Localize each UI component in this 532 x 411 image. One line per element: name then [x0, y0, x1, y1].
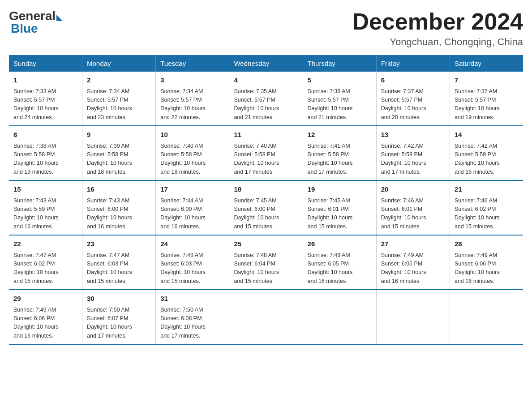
day-number: 25 — [234, 239, 298, 249]
day-number: 20 — [381, 184, 445, 195]
day-info: Sunrise: 7:49 AM Sunset: 6:06 PM Dayligh… — [455, 251, 519, 286]
day-number: 27 — [381, 239, 445, 249]
calendar-day-cell: 24 Sunrise: 7:48 AM Sunset: 6:03 PM Dayl… — [156, 235, 229, 290]
calendar-week-row: 1 Sunrise: 7:33 AM Sunset: 5:57 PM Dayli… — [9, 72, 523, 126]
calendar-day-cell: 3 Sunrise: 7:34 AM Sunset: 5:57 PM Dayli… — [156, 72, 229, 126]
calendar-day-cell: 21 Sunrise: 7:46 AM Sunset: 6:02 PM Dayl… — [450, 180, 523, 235]
day-number: 12 — [308, 130, 372, 140]
day-number: 4 — [234, 75, 298, 86]
day-info: Sunrise: 7:38 AM Sunset: 5:58 PM Dayligh… — [13, 142, 77, 177]
title-block: December 2024 Yongchuan, Chongqing, Chin… — [352, 9, 523, 48]
day-info: Sunrise: 7:45 AM Sunset: 6:01 PM Dayligh… — [308, 197, 372, 231]
subtitle: Yongchuan, Chongqing, China — [352, 36, 523, 48]
day-number: 11 — [234, 130, 298, 140]
calendar-day-cell: 22 Sunrise: 7:47 AM Sunset: 6:02 PM Dayl… — [9, 235, 82, 290]
header-thursday: Thursday — [303, 55, 376, 72]
header-saturday: Saturday — [450, 55, 523, 72]
day-number: 26 — [308, 239, 372, 249]
day-info: Sunrise: 7:46 AM Sunset: 6:01 PM Dayligh… — [381, 197, 445, 231]
day-info: Sunrise: 7:48 AM Sunset: 6:04 PM Dayligh… — [234, 251, 298, 286]
header-wednesday: Wednesday — [229, 55, 303, 72]
day-number: 28 — [455, 239, 519, 249]
calendar-day-cell: 10 Sunrise: 7:40 AM Sunset: 5:58 PM Dayl… — [156, 126, 229, 180]
day-info: Sunrise: 7:33 AM Sunset: 5:57 PM Dayligh… — [13, 87, 77, 122]
day-info: Sunrise: 7:42 AM Sunset: 5:59 PM Dayligh… — [455, 142, 519, 177]
calendar-day-cell: 16 Sunrise: 7:43 AM Sunset: 6:00 PM Dayl… — [82, 180, 156, 235]
calendar-day-cell: 12 Sunrise: 7:41 AM Sunset: 5:58 PM Dayl… — [303, 126, 376, 180]
calendar-day-cell: 20 Sunrise: 7:46 AM Sunset: 6:01 PM Dayl… — [376, 180, 450, 235]
calendar-day-cell: 25 Sunrise: 7:48 AM Sunset: 6:04 PM Dayl… — [229, 235, 303, 290]
calendar-day-cell: 1 Sunrise: 7:33 AM Sunset: 5:57 PM Dayli… — [9, 72, 82, 126]
day-info: Sunrise: 7:47 AM Sunset: 6:02 PM Dayligh… — [13, 251, 77, 286]
day-info: Sunrise: 7:50 AM Sunset: 6:07 PM Dayligh… — [87, 306, 151, 341]
day-number: 13 — [381, 130, 445, 140]
calendar-day-cell: 15 Sunrise: 7:43 AM Sunset: 5:59 PM Dayl… — [9, 180, 82, 235]
calendar-day-cell: 13 Sunrise: 7:42 AM Sunset: 5:59 PM Dayl… — [376, 126, 450, 180]
calendar-day-cell: 9 Sunrise: 7:39 AM Sunset: 5:58 PM Dayli… — [82, 126, 156, 180]
day-info: Sunrise: 7:39 AM Sunset: 5:58 PM Dayligh… — [87, 142, 151, 177]
day-info: Sunrise: 7:42 AM Sunset: 5:59 PM Dayligh… — [381, 142, 445, 177]
day-number: 5 — [308, 75, 372, 86]
day-number: 3 — [160, 75, 224, 86]
calendar-day-cell — [229, 290, 303, 344]
calendar-day-cell: 28 Sunrise: 7:49 AM Sunset: 6:06 PM Dayl… — [450, 235, 523, 290]
day-info: Sunrise: 7:48 AM Sunset: 6:03 PM Dayligh… — [160, 251, 224, 286]
day-number: 16 — [87, 184, 151, 195]
calendar-day-cell: 26 Sunrise: 7:48 AM Sunset: 6:05 PM Dayl… — [303, 235, 376, 290]
logo-blue-text: Blue — [11, 21, 38, 36]
day-number: 22 — [13, 239, 77, 249]
day-number: 24 — [160, 239, 224, 249]
calendar-day-cell — [376, 290, 450, 344]
calendar-day-cell — [450, 290, 523, 344]
calendar-day-cell: 6 Sunrise: 7:37 AM Sunset: 5:57 PM Dayli… — [376, 72, 450, 126]
calendar-day-cell: 7 Sunrise: 7:37 AM Sunset: 5:57 PM Dayli… — [450, 72, 523, 126]
day-info: Sunrise: 7:50 AM Sunset: 6:08 PM Dayligh… — [160, 306, 224, 341]
day-info: Sunrise: 7:34 AM Sunset: 5:57 PM Dayligh… — [87, 87, 151, 122]
day-number: 6 — [381, 75, 445, 86]
calendar-header-row: SundayMondayTuesdayWednesdayThursdayFrid… — [9, 55, 523, 72]
day-number: 23 — [87, 239, 151, 249]
calendar-day-cell: 2 Sunrise: 7:34 AM Sunset: 5:57 PM Dayli… — [82, 72, 156, 126]
calendar-day-cell: 11 Sunrise: 7:40 AM Sunset: 5:58 PM Dayl… — [229, 126, 303, 180]
day-number: 2 — [87, 75, 151, 86]
logo-arrow-icon — [56, 15, 63, 21]
day-info: Sunrise: 7:49 AM Sunset: 6:06 PM Dayligh… — [13, 306, 77, 341]
day-info: Sunrise: 7:40 AM Sunset: 5:58 PM Dayligh… — [234, 142, 298, 177]
header-friday: Friday — [376, 55, 450, 72]
calendar-day-cell: 4 Sunrise: 7:35 AM Sunset: 5:57 PM Dayli… — [229, 72, 303, 126]
day-number: 1 — [13, 75, 77, 86]
calendar-week-row: 8 Sunrise: 7:38 AM Sunset: 5:58 PM Dayli… — [9, 126, 523, 180]
day-info: Sunrise: 7:48 AM Sunset: 6:05 PM Dayligh… — [308, 251, 372, 286]
day-number: 8 — [13, 130, 77, 140]
day-info: Sunrise: 7:37 AM Sunset: 5:57 PM Dayligh… — [455, 87, 519, 122]
calendar-week-row: 15 Sunrise: 7:43 AM Sunset: 5:59 PM Dayl… — [9, 180, 523, 235]
day-info: Sunrise: 7:49 AM Sunset: 6:05 PM Dayligh… — [381, 251, 445, 286]
day-info: Sunrise: 7:46 AM Sunset: 6:02 PM Dayligh… — [455, 197, 519, 231]
day-info: Sunrise: 7:37 AM Sunset: 5:57 PM Dayligh… — [381, 87, 445, 122]
calendar-day-cell: 14 Sunrise: 7:42 AM Sunset: 5:59 PM Dayl… — [450, 126, 523, 180]
calendar-day-cell: 19 Sunrise: 7:45 AM Sunset: 6:01 PM Dayl… — [303, 180, 376, 235]
calendar-table: SundayMondayTuesdayWednesdayThursdayFrid… — [9, 55, 523, 345]
calendar-day-cell: 17 Sunrise: 7:44 AM Sunset: 6:00 PM Dayl… — [156, 180, 229, 235]
day-number: 29 — [13, 294, 77, 304]
day-info: Sunrise: 7:36 AM Sunset: 5:57 PM Dayligh… — [308, 87, 372, 122]
calendar-week-row: 29 Sunrise: 7:49 AM Sunset: 6:06 PM Dayl… — [9, 290, 523, 344]
day-info: Sunrise: 7:45 AM Sunset: 6:00 PM Dayligh… — [234, 197, 298, 231]
calendar-week-row: 22 Sunrise: 7:47 AM Sunset: 6:02 PM Dayl… — [9, 235, 523, 290]
day-number: 15 — [13, 184, 77, 195]
calendar-day-cell: 23 Sunrise: 7:47 AM Sunset: 6:03 PM Dayl… — [82, 235, 156, 290]
page-header: General Blue December 2024 Yongchuan, Ch… — [9, 9, 523, 48]
day-number: 31 — [160, 294, 224, 304]
day-number: 7 — [455, 75, 519, 86]
day-info: Sunrise: 7:35 AM Sunset: 5:57 PM Dayligh… — [234, 87, 298, 122]
day-number: 10 — [160, 130, 224, 140]
main-title: December 2024 — [352, 9, 523, 34]
calendar-day-cell: 18 Sunrise: 7:45 AM Sunset: 6:00 PM Dayl… — [229, 180, 303, 235]
calendar-day-cell: 30 Sunrise: 7:50 AM Sunset: 6:07 PM Dayl… — [82, 290, 156, 344]
day-number: 19 — [308, 184, 372, 195]
header-tuesday: Tuesday — [156, 55, 229, 72]
day-info: Sunrise: 7:47 AM Sunset: 6:03 PM Dayligh… — [87, 251, 151, 286]
day-info: Sunrise: 7:40 AM Sunset: 5:58 PM Dayligh… — [160, 142, 224, 177]
day-info: Sunrise: 7:43 AM Sunset: 6:00 PM Dayligh… — [87, 197, 151, 231]
day-number: 21 — [455, 184, 519, 195]
